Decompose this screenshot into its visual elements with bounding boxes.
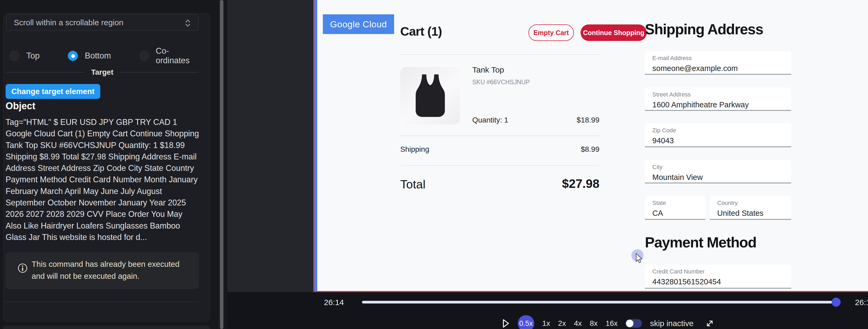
- divider-line: [120, 72, 198, 72]
- site-logo-text: Google Cloud: [330, 19, 387, 30]
- command-sidebar: Scroll within a scrollable region Top Bo…: [0, 0, 227, 329]
- speed-1x-button[interactable]: 1x: [542, 319, 550, 328]
- player-controls: 0.5x 1x 2x 4x 8x 16x skip inactive: [502, 315, 714, 329]
- command-type-value: Scroll within a scrollable region: [14, 18, 123, 27]
- select-chevrons-icon: [184, 18, 192, 28]
- cart-title: Cart (1): [400, 24, 442, 38]
- speed-2x-button[interactable]: 2x: [558, 319, 566, 328]
- skip-inactive-toggle[interactable]: [625, 319, 642, 328]
- target-section-divider: Target: [6, 67, 198, 77]
- sidebar-scrollbar[interactable]: [218, 0, 225, 329]
- replay-player-bar: 26:14 26:1 0.5x 1x 2x 4x 8x 16x skip ina…: [227, 292, 868, 329]
- cart-divider: [400, 165, 599, 166]
- info-icon: [17, 263, 28, 273]
- country-field-label: Country: [717, 200, 791, 206]
- sidebar-divider: [6, 302, 199, 302]
- change-target-button[interactable]: Change target element: [6, 84, 100, 99]
- toggle-knob[interactable]: [626, 320, 633, 327]
- cart-divider: [400, 135, 599, 136]
- timeline-handle[interactable]: [832, 298, 841, 307]
- product-name: Tank Top: [472, 65, 504, 74]
- city-field-value: Mountain View: [652, 173, 791, 182]
- radio-coordinates-circle[interactable]: [140, 51, 149, 61]
- product-price: $18.99: [577, 116, 599, 124]
- radio-bottom-label: Bottom: [85, 51, 111, 61]
- radio-top[interactable]: Top: [9, 50, 40, 62]
- credit-card-label: Credit Card Number: [652, 268, 791, 275]
- radio-top-circle[interactable]: [9, 51, 20, 61]
- shipping-address-heading: Shipping Address: [645, 21, 763, 38]
- city-field-label: City: [652, 164, 791, 171]
- radio-coordinates[interactable]: Co-ordinates: [140, 50, 198, 62]
- continue-shopping-button[interactable]: Continue Shopping: [581, 25, 647, 41]
- street-address-field[interactable]: Street Address 1600 Amphitheatre Parkway: [645, 88, 791, 111]
- total-label: Total: [400, 177, 426, 191]
- speed-8x-button[interactable]: 8x: [590, 319, 598, 328]
- object-heading: Object: [6, 100, 35, 111]
- zip-field-value: 94043: [652, 136, 791, 145]
- radio-bottom[interactable]: Bottom: [68, 50, 111, 62]
- state-field-value: CA: [652, 209, 705, 218]
- cart-section: Cart (1) Empty Cart Continue Shopping Ta…: [400, 0, 599, 291]
- scroll-position-options: Top Bottom Co-ordinates: [6, 50, 198, 62]
- credit-card-field[interactable]: Credit Card Number 4432801561520454: [645, 264, 791, 289]
- radio-coordinates-label: Co-ordinates: [156, 46, 198, 65]
- fullscreen-icon[interactable]: [705, 319, 714, 328]
- payment-method-heading: Payment Method: [645, 234, 756, 251]
- end-time: 26:1: [855, 298, 868, 307]
- country-field-value: United States: [717, 209, 791, 218]
- next-panel-edge: [3, 326, 210, 329]
- state-field-label: State: [652, 200, 705, 206]
- email-field-value: someone@example.com: [652, 64, 791, 73]
- radio-bottom-circle[interactable]: [68, 51, 78, 61]
- speed-0-5x-button[interactable]: 0.5x: [518, 315, 534, 329]
- replay-viewport-highlighted: Google Cloud Cart (1) Empty Cart Continu…: [313, 0, 868, 292]
- mouse-cursor-icon: [635, 253, 644, 264]
- credit-card-value: 4432801561520454: [652, 277, 791, 286]
- execution-notice: This command has already been executed a…: [6, 252, 199, 289]
- email-field-label: E-mail Address: [652, 55, 791, 62]
- divider-line: [6, 72, 85, 72]
- skip-inactive-label: skip inactive: [650, 319, 693, 328]
- product-image-tank-top: [400, 67, 460, 124]
- replay-stage: Google Cloud Cart (1) Empty Cart Continu…: [227, 0, 868, 292]
- command-type-select[interactable]: Scroll within a scrollable region: [6, 14, 198, 31]
- timeline-track[interactable]: [362, 301, 838, 303]
- shipping-label: Shipping: [400, 145, 429, 154]
- scroll-region-highlight: [314, 0, 317, 291]
- empty-cart-button[interactable]: Empty Cart: [528, 25, 574, 41]
- zip-code-field[interactable]: Zip Code 94043: [645, 123, 791, 147]
- current-time: 26:14: [324, 298, 344, 307]
- street-field-value: 1600 Amphitheatre Parkway: [652, 100, 791, 109]
- product-quantity: Quantity: 1: [472, 116, 508, 124]
- site-logo[interactable]: Google Cloud: [323, 14, 394, 34]
- radio-top-label: Top: [26, 51, 40, 61]
- speed-16x-button[interactable]: 16x: [606, 319, 618, 328]
- tank-top-image: [410, 73, 450, 119]
- product-sku: SKU #66VCHSJNUP: [472, 79, 530, 86]
- checkout-form-section: Shipping Address E-mail Address someone@…: [645, 0, 791, 291]
- speed-4x-button[interactable]: 4x: [574, 319, 582, 328]
- sidebar-scrollbar-thumb[interactable]: [220, 0, 223, 329]
- shipping-value: $8.99: [581, 145, 599, 154]
- street-field-label: Street Address: [652, 91, 791, 98]
- city-field[interactable]: City Mountain View: [645, 160, 791, 184]
- total-value: $27.98: [562, 176, 599, 191]
- email-field[interactable]: E-mail Address someone@example.com: [645, 51, 791, 75]
- play-icon[interactable]: [502, 318, 510, 328]
- zip-field-label: Zip Code: [652, 127, 791, 134]
- target-section-label: Target: [91, 68, 114, 76]
- country-field[interactable]: Country United States: [710, 196, 791, 220]
- state-field[interactable]: State CA: [645, 196, 705, 220]
- cart-divider: [400, 54, 599, 55]
- object-description-text: Tag="HTML" $ EUR USD JPY GBP TRY CAD 1 G…: [6, 117, 200, 243]
- execution-notice-text: This command has already been executed a…: [32, 258, 189, 282]
